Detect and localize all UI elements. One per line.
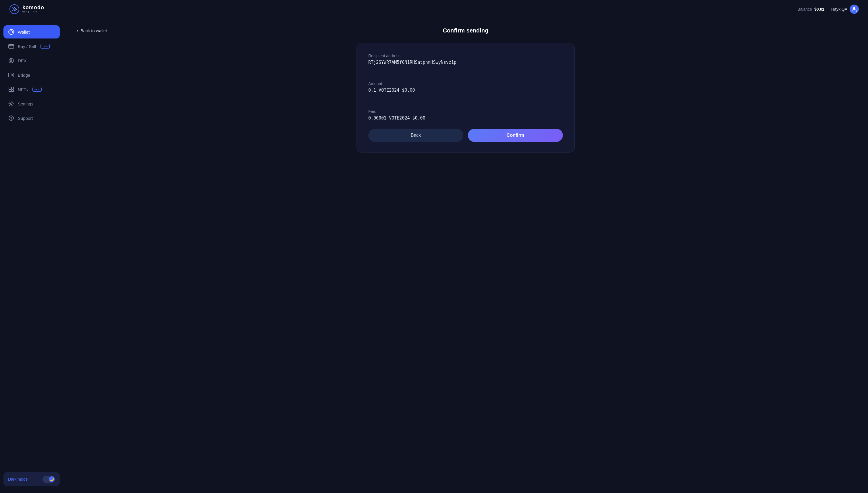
- svg-rect-8: [12, 87, 14, 89]
- amount-label: Amount:: [368, 81, 563, 86]
- amount-value: 0.1 VOTE2024 $0.00: [368, 88, 563, 93]
- buy-sell-icon: [8, 43, 14, 49]
- confirm-button[interactable]: Confirm: [468, 129, 563, 142]
- sidebar-item-wallet[interactable]: Wallet: [3, 25, 60, 39]
- recipient-value: RTj2SYWR7AM5fGN1RHSatpnmHSwyNsvz1p: [368, 60, 563, 65]
- logo-text: komodo WALLET: [22, 5, 44, 14]
- svg-rect-4: [9, 46, 10, 47]
- header-right: Balance $0.01 Hayk QA: [797, 5, 859, 14]
- content-area: ‹ Back to wallet Confirm sending Recipie…: [63, 18, 868, 493]
- sidebar-item-support[interactable]: Support: [3, 111, 60, 125]
- dark-mode-switch[interactable]: 🌙: [43, 476, 55, 483]
- balance-label: Balance: [797, 7, 812, 12]
- balance-value: $0.01: [814, 7, 824, 12]
- sidebar-item-settings-label: Settings: [18, 102, 33, 106]
- back-to-wallet-label: Back to wallet: [81, 28, 107, 33]
- page-title: Confirm sending: [443, 27, 488, 34]
- settings-icon: [8, 101, 14, 107]
- svg-rect-10: [12, 90, 14, 92]
- svg-point-13: [11, 119, 12, 120]
- sidebar-item-buy-sell[interactable]: Buy / Sell new: [3, 40, 60, 53]
- recipient-label: Recipient address:: [368, 53, 563, 58]
- sidebar-item-nfts[interactable]: NFTs new: [3, 83, 60, 96]
- user-area[interactable]: Hayk QA: [831, 5, 859, 14]
- sidebar-spacer: [3, 126, 60, 469]
- sidebar-item-buy-sell-label: Buy / Sell: [18, 44, 36, 49]
- bridge-icon: [8, 72, 14, 78]
- back-to-wallet-button[interactable]: ‹ Back to wallet: [77, 27, 107, 34]
- moon-icon: 🌙: [50, 477, 54, 481]
- divider-2: [368, 101, 563, 101]
- toggle-knob: 🌙: [49, 476, 54, 482]
- svg-rect-9: [9, 90, 11, 92]
- svg-point-1: [853, 7, 855, 9]
- dark-mode-toggle[interactable]: Dark mode 🌙: [3, 472, 60, 486]
- page-header: ‹ Back to wallet Confirm sending: [77, 27, 854, 34]
- balance-area: Balance $0.01: [797, 7, 824, 12]
- back-button[interactable]: Back: [368, 129, 463, 142]
- svg-rect-7: [9, 87, 11, 89]
- sidebar-item-bridge-label: Bridge: [18, 73, 30, 78]
- sidebar: Wallet Buy / Sell new DEX: [0, 18, 63, 493]
- app-header: komodo WALLET Balance $0.01 Hayk QA: [0, 0, 868, 18]
- fee-section: Fee: 0.00001 VOTE2024 $0.00: [368, 109, 563, 121]
- dark-mode-label: Dark mode: [8, 477, 27, 481]
- sidebar-item-settings[interactable]: Settings: [3, 97, 60, 110]
- fee-value: 0.00001 VOTE2024 $0.00: [368, 115, 563, 121]
- user-name: Hayk QA: [831, 7, 847, 12]
- back-arrow-icon: ‹: [77, 27, 79, 34]
- svg-point-11: [10, 103, 12, 105]
- svg-rect-3: [8, 45, 14, 48]
- komodo-logo-icon: [9, 4, 20, 14]
- logo-sub: WALLET: [22, 10, 44, 14]
- dex-icon: [8, 58, 14, 64]
- user-avatar: [850, 5, 859, 14]
- svg-point-2: [8, 29, 14, 35]
- fee-label: Fee:: [368, 109, 563, 114]
- nfts-badge: new: [32, 87, 42, 92]
- action-buttons: Back Confirm: [368, 129, 563, 142]
- sidebar-item-nfts-label: NFTs: [18, 87, 28, 92]
- nfts-icon: [8, 86, 14, 92]
- sidebar-item-wallet-label: Wallet: [18, 29, 29, 35]
- wallet-icon: [8, 29, 14, 35]
- confirm-card: Recipient address: RTj2SYWR7AM5fGN1RHSat…: [357, 43, 575, 153]
- support-icon: [8, 115, 14, 121]
- recipient-section: Recipient address: RTj2SYWR7AM5fGN1RHSat…: [368, 53, 563, 65]
- svg-point-12: [9, 116, 14, 121]
- sidebar-item-dex[interactable]: DEX: [3, 54, 60, 67]
- amount-section: Amount: 0.1 VOTE2024 $0.00: [368, 81, 563, 93]
- logo: komodo WALLET: [9, 4, 44, 14]
- sidebar-item-support-label: Support: [18, 116, 33, 121]
- logo-name: komodo: [22, 5, 44, 10]
- sidebar-item-bridge[interactable]: Bridge: [3, 68, 60, 82]
- buy-sell-badge: new: [41, 44, 50, 48]
- sidebar-item-dex-label: DEX: [18, 58, 27, 63]
- main-layout: Wallet Buy / Sell new DEX: [0, 18, 868, 493]
